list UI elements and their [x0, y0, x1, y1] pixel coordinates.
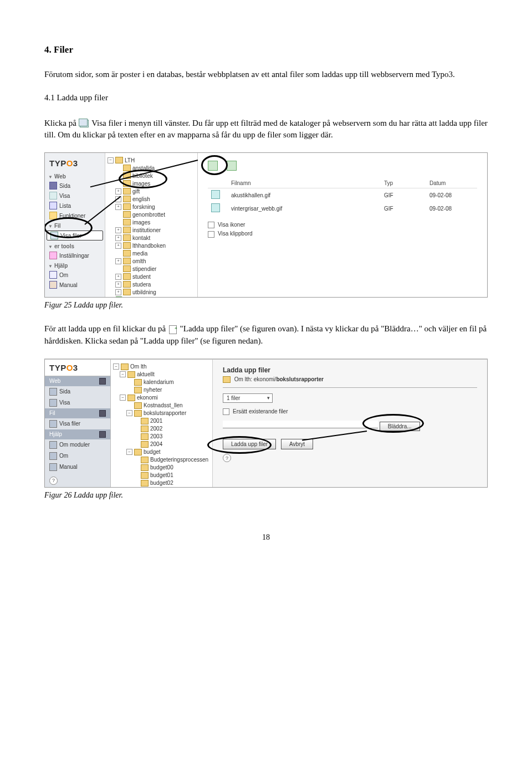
tree-item[interactable]: 2001 [113, 417, 210, 425]
fig25-main: Filnamn Typ Datum akustikhallen.gifGIF09… [198, 153, 487, 297]
tree-item[interactable]: Kostnadsst_llen [113, 402, 210, 409]
tree-item[interactable]: +studera [108, 280, 195, 288]
expand-icon[interactable]: + [115, 188, 121, 194]
sidebar-item-visa-filer[interactable]: Visa filer [45, 418, 110, 429]
cancel-button[interactable]: Avbryt [281, 439, 313, 449]
sidebar-item-om[interactable]: Om [45, 270, 105, 280]
tree-item[interactable]: media [108, 249, 195, 257]
tree-item[interactable]: genombrottet [108, 211, 195, 218]
view-icon [49, 192, 57, 199]
expand-icon[interactable]: + [115, 281, 121, 288]
tree-item[interactable]: −aktuellt [113, 371, 210, 378]
file-icon [211, 190, 220, 199]
folder-icon [123, 196, 131, 202]
collapse-icon[interactable] [99, 431, 106, 438]
tree-item[interactable]: Budgeteringsprocessen [113, 456, 210, 464]
tree-item[interactable]: images [108, 218, 195, 226]
sidebar-item-om[interactable]: Om [45, 450, 110, 462]
expand-icon[interactable]: − [126, 449, 132, 455]
tree-item[interactable]: kalendarium [113, 378, 210, 386]
tree-item[interactable]: 2002 [113, 425, 210, 433]
file-icon [211, 203, 220, 212]
cell-filnamn: vintergrisar_webb.gif [228, 202, 381, 215]
sidebar-item-manual[interactable]: Manual [45, 280, 105, 290]
folder-icon [141, 441, 149, 448]
sidebar-item-installningar[interactable]: Inställningar [45, 250, 105, 260]
tree-item[interactable]: stipendier [108, 265, 195, 273]
sidebar-item-sida[interactable]: Sida [45, 386, 110, 397]
upload-file-icon[interactable] [208, 161, 218, 171]
collapse-icon[interactable]: − [113, 363, 119, 370]
tree-item[interactable]: +institutioner [108, 226, 195, 234]
expand-icon[interactable]: + [115, 204, 121, 210]
tree-item[interactable]: −bokslutsrapporter [113, 409, 210, 417]
tree-item[interactable]: 2003 [113, 433, 210, 441]
sidebar-item-lista[interactable]: Lista [45, 201, 105, 211]
folder-icon [127, 395, 135, 401]
action-row: Ladda upp filer Avbryt [223, 439, 477, 449]
table-row[interactable]: akustikhallen.gifGIF09-02-08 [208, 188, 477, 202]
logo-text1: TYP [49, 363, 66, 372]
para-upload: För att ladda upp en fil klickar du på "… [44, 323, 488, 347]
th-filnamn: Filnamn [228, 178, 381, 188]
tree-root[interactable]: −Om lth [113, 363, 210, 371]
expand-icon[interactable]: + [115, 258, 121, 264]
tree-item[interactable]: +utbildning [108, 288, 195, 296]
file-count-select[interactable]: 1 filer [223, 393, 273, 403]
help-icon[interactable]: ? [223, 454, 231, 462]
expand-icon[interactable]: + [115, 235, 121, 241]
expand-icon[interactable]: + [115, 243, 121, 249]
expand-icon[interactable]: + [115, 289, 121, 295]
tree-item[interactable]: 2004 [113, 441, 210, 448]
folder-icon [134, 410, 142, 417]
text-pre2: För att ladda upp en fil klickar du på [44, 324, 168, 333]
collapse-icon[interactable]: − [108, 157, 114, 163]
sidebar-item-om-moduler[interactable]: Om moduler [45, 439, 110, 450]
new-folder-icon[interactable] [227, 161, 237, 171]
sidebar-item-manual[interactable]: Manual [45, 462, 110, 473]
settings-icon [49, 252, 57, 259]
collapse-icon[interactable] [99, 410, 106, 417]
files-icon [49, 420, 57, 428]
text-post: Visa filer i menyn till vänster. Du får … [44, 119, 488, 140]
upload-button[interactable]: Ladda upp filer [223, 439, 276, 449]
expand-icon[interactable]: − [126, 410, 132, 416]
tree-item[interactable]: −budget [113, 448, 210, 456]
expand-icon[interactable]: + [115, 227, 121, 233]
tree-item[interactable]: +student [108, 273, 195, 280]
tree-item[interactable]: +omlth [108, 257, 195, 265]
folder-icon [123, 258, 131, 264]
sidebar-help-icon[interactable]: ? [45, 475, 110, 487]
sidebar-expandera-alla[interactable]: Expandera alla [45, 487, 110, 488]
sidebar-head-hjalp[interactable]: Hjälp [45, 429, 110, 439]
file-path-input[interactable] [223, 421, 378, 428]
expand-icon[interactable]: + [115, 274, 121, 280]
browse-button[interactable]: Bläddra... [380, 422, 420, 431]
folder-icon [123, 211, 131, 218]
tree-item[interactable]: +gift [108, 187, 195, 195]
sidebar-head-web[interactable]: Web [45, 376, 110, 386]
sidebar-head-fil[interactable]: Fil [45, 408, 110, 418]
sidebar-item-visa[interactable]: Visa [45, 397, 110, 408]
checkbox-replace[interactable] [223, 408, 229, 415]
tree-item[interactable]: +lthhandboken [108, 242, 195, 249]
tree-item[interactable]: budget00 [113, 464, 210, 472]
checkbox-visa-ikoner[interactable] [208, 222, 214, 228]
tree-item[interactable]: budget02 [113, 479, 210, 487]
tree-item[interactable]: nyheter [113, 386, 210, 394]
collapse-icon[interactable] [99, 378, 106, 385]
tree-item[interactable]: −ekonomi [113, 394, 210, 402]
sidebar-item-visa-filer[interactable]: Visa filer [47, 231, 103, 240]
expand-icon[interactable]: − [120, 395, 126, 401]
tree-item[interactable]: budget01 [113, 472, 210, 479]
tree-item[interactable]: images [108, 180, 195, 187]
expand-icon[interactable]: − [120, 371, 126, 377]
table-row[interactable]: vintergrisar_webb.gifGIF09-02-08 [208, 202, 477, 215]
tree-item[interactable]: Läs om trädstrukturen [108, 296, 195, 297]
folder-icon [123, 234, 131, 241]
sidebar-item-visa[interactable]: Visa [45, 191, 105, 201]
checkbox-visa-klippbord[interactable] [208, 231, 214, 238]
tree-item[interactable]: +kontakt [108, 234, 195, 242]
folder-icon [115, 157, 123, 163]
tree-item[interactable]: +forskning [108, 203, 195, 211]
